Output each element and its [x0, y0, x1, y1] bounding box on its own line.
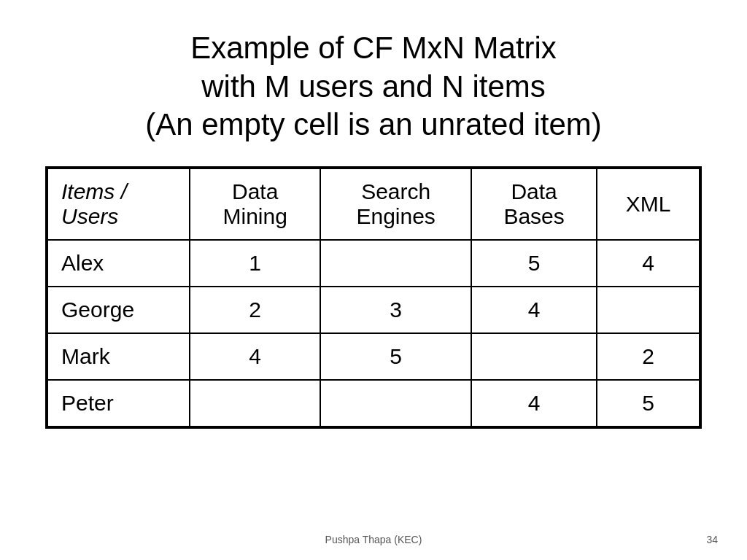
peter-data-bases: 4 — [471, 380, 597, 427]
header-items-users: Items / Users — [47, 168, 190, 240]
table-row: Peter 4 5 — [47, 380, 700, 427]
user-alex: Alex — [47, 240, 190, 287]
title-line1: Example of CF MxN Matrix — [190, 31, 557, 65]
user-george: George — [47, 287, 190, 333]
header-search-engines: Search Engines — [320, 168, 471, 240]
user-peter: Peter — [47, 380, 190, 427]
header-xml: XML — [597, 168, 700, 240]
mark-data-bases — [471, 333, 597, 380]
header-data-bases: Data Bases — [471, 168, 597, 240]
peter-search-engines — [320, 380, 471, 427]
user-mark: Mark — [47, 333, 190, 380]
alex-xml: 4 — [597, 240, 700, 287]
title-line2: with M users and N items — [201, 69, 545, 104]
mark-xml: 2 — [597, 333, 700, 380]
george-data-bases: 4 — [471, 287, 597, 333]
table-header-row: Items / Users Data Mining Search Engines… — [47, 168, 700, 240]
alex-data-mining: 1 — [190, 240, 320, 287]
slide-footer: Pushpa Thapa (KEC) — [0, 534, 747, 545]
cf-matrix-table: Items / Users Data Mining Search Engines… — [47, 168, 700, 427]
matrix-table-wrapper: Items / Users Data Mining Search Engines… — [45, 166, 702, 429]
header-data-mining: Data Mining — [190, 168, 320, 240]
slide-title: Example of CF MxN Matrix with M users an… — [145, 29, 602, 144]
footer-page-number: 34 — [706, 534, 718, 545]
mark-search-engines: 5 — [320, 333, 471, 380]
table-row: George 2 3 4 — [47, 287, 700, 333]
title-line3: (An empty cell is an unrated item) — [145, 107, 602, 141]
george-xml — [597, 287, 700, 333]
footer-author: Pushpa Thapa (KEC) — [325, 534, 422, 545]
table-row: Mark 4 5 2 — [47, 333, 700, 380]
mark-data-mining: 4 — [190, 333, 320, 380]
george-search-engines: 3 — [320, 287, 471, 333]
alex-search-engines — [320, 240, 471, 287]
george-data-mining: 2 — [190, 287, 320, 333]
alex-data-bases: 5 — [471, 240, 597, 287]
peter-xml: 5 — [597, 380, 700, 427]
slide-container: Example of CF MxN Matrix with M users an… — [0, 0, 747, 560]
peter-data-mining — [190, 380, 320, 427]
table-row: Alex 1 5 4 — [47, 240, 700, 287]
